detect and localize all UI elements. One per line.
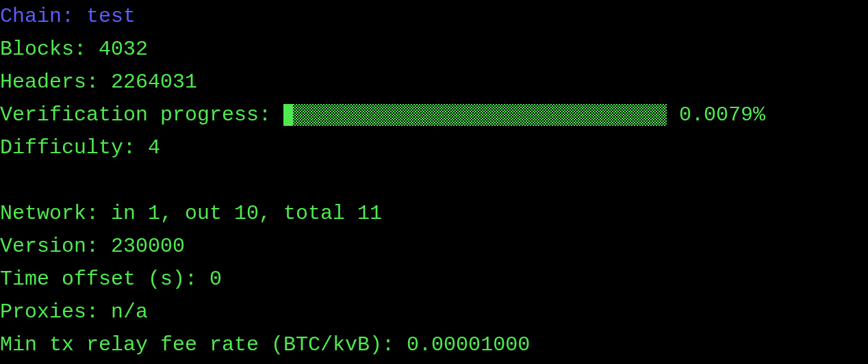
blocks-value: 4032 — [99, 38, 148, 61]
chain-label: Chain: — [0, 5, 86, 28]
verification-percent — [667, 103, 679, 127]
proxies-label: Proxies: — [0, 300, 111, 324]
time-offset-value: 0 — [209, 268, 222, 291]
blocks-label: Blocks: — [0, 38, 99, 61]
chain-value: test — [86, 5, 136, 28]
network-label: Network: — [0, 202, 111, 225]
version-value: 230000 — [111, 235, 185, 258]
network-value: in 1, out 10, total 11 — [111, 202, 382, 225]
difficulty-label: Difficulty: — [0, 136, 148, 159]
headers-value: 2264031 — [111, 70, 197, 94]
time-offset-label: Time offset (s): — [0, 268, 209, 291]
section-spacer — [0, 164, 868, 197]
verification-progress-bar — [283, 104, 667, 126]
version-label: Version: — [0, 235, 111, 258]
min-fee-value: 0.00001000 — [407, 333, 530, 356]
headers-label: Headers: — [0, 70, 111, 94]
verification-percent-value: 0.0079% — [679, 103, 765, 127]
verification-label: Verification progress: — [0, 103, 283, 127]
proxies-value: n/a — [111, 300, 148, 324]
verification-progress-fill — [283, 104, 293, 126]
min-fee-label: Min tx relay fee rate (BTC/kvB): — [0, 333, 407, 356]
difficulty-value: 4 — [148, 136, 160, 159]
